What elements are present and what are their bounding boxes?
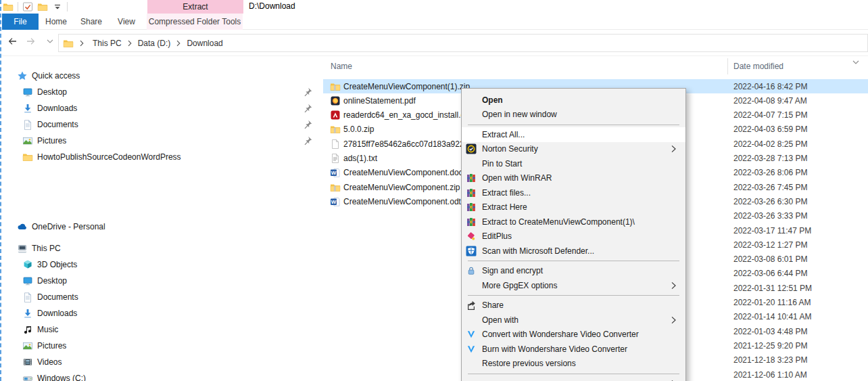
sidebar-item-3d-objects[interactable]: 3D Objects [0, 256, 318, 273]
properties-check-icon[interactable] [22, 1, 33, 12]
file-date-modified: 2022-01-31 12:51 PM [733, 284, 812, 293]
winrar-icon [466, 173, 477, 183]
menu-separator [462, 371, 685, 376]
menu-arrow-spacer [668, 173, 679, 183]
folder-icon[interactable] [3, 1, 14, 12]
sidebar-item-this-pc[interactable]: This PC [0, 240, 318, 256]
sidebar-item-downloads[interactable]: Downloads [0, 305, 318, 321]
window-title: D:\Download [249, 1, 295, 11]
menu-item-pin-to-start[interactable]: Pin to Start [462, 156, 685, 171]
menu-arrow-spacer [668, 329, 679, 340]
word-file-icon: W [330, 167, 341, 178]
pin-icon[interactable] [302, 103, 312, 112]
menu-item-label: Burn with Wondershare Video Converter [482, 344, 668, 354]
file-name: CreateMenuViewComponent(1).zip [343, 82, 470, 91]
menu-separator [462, 293, 685, 298]
location-folder-icon [63, 38, 74, 49]
sidebar-item-desktop[interactable]: Desktop [0, 84, 318, 100]
forward-icon[interactable] [24, 35, 38, 48]
menu-arrow-spacer [668, 344, 679, 355]
menu-item-open[interactable]: Open [462, 93, 685, 108]
menu-item-label: Open in new window [482, 110, 668, 119]
file-date-modified: 2022-03-28 7:13 PM [733, 154, 807, 163]
sidebar-item-quick-access[interactable]: Quick access [0, 68, 318, 84]
new-folder-icon[interactable] [37, 1, 48, 12]
file-date-modified: 2022-03-26 7:45 PM [733, 183, 807, 192]
menu-separator [462, 122, 685, 127]
menu-item-label: Open with WinRAR [482, 173, 668, 183]
sidebar-section-quick-access: Quick accessDesktopDownloadsDocumentsPic… [0, 68, 318, 165]
breadcrumb-item-data-d[interactable]: Data (D:) [135, 39, 174, 48]
sidebar-item-music[interactable]: Music [0, 321, 318, 338]
sidebar-item-documents[interactable]: Documents [0, 116, 318, 133]
customize-toolbar-chevron-icon[interactable] [52, 1, 63, 12]
menu-icon-spacer [466, 315, 477, 326]
menu-item-open-in-new-window[interactable]: Open in new window [462, 108, 685, 122]
sidebar-item-label: Videos [37, 357, 62, 367]
menu-item-extract-files[interactable]: Extract files... [462, 185, 685, 200]
menu-arrow-spacer [668, 187, 679, 198]
tab-file[interactable]: File [2, 14, 39, 30]
pin-icon[interactable] [302, 135, 312, 145]
share-icon [466, 300, 477, 311]
sidebar-item-label: 3D Objects [37, 260, 77, 269]
sidebar-item-videos[interactable]: Videos [0, 354, 318, 370]
sidebar-item-windows-c[interactable]: Windows (C:) [0, 370, 318, 381]
menu-item-burn-with-wondershare-video-converter[interactable]: Burn with Wondershare Video Converter [462, 342, 685, 357]
contextual-group-label[interactable]: Extract [147, 0, 243, 14]
sidebar-item-howtopublishsourcecodeonwordpress[interactable]: HowtoPublishSourceCodeonWordPress [0, 149, 318, 165]
file-date-modified: 2022-04-08 9:47 AM [733, 96, 807, 106]
sidebar-item-downloads[interactable]: Downloads [0, 100, 318, 116]
pin-icon[interactable] [302, 87, 312, 96]
menu-arrow-spacer [668, 109, 679, 120]
tab-view[interactable]: View [109, 14, 144, 30]
menu-item-more-gpgex-options[interactable]: More GpgEX options [462, 278, 685, 293]
menu-item-extract-here[interactable]: Extract Here [462, 200, 685, 215]
menu-item-share[interactable]: Share [462, 298, 685, 313]
sidebar-item-desktop[interactable]: Desktop [0, 273, 318, 289]
address-box[interactable]: This PCData (D:)Download [58, 34, 868, 52]
menu-item-extract-all[interactable]: Extract All... [462, 127, 685, 142]
submenu-chevron-icon [668, 315, 679, 326]
menu-item-label: Share [482, 300, 668, 310]
menu-item-norton-security[interactable]: Norton Security [462, 142, 685, 157]
sidebar-item-documents[interactable]: Documents [0, 289, 318, 305]
file-date-modified: 2022-04-07 7:15 PM [733, 110, 807, 120]
file-date-modified: 2021-12-18 3:23 PM [733, 355, 807, 365]
menu-item-scan-with-microsoft-defender[interactable]: Scan with Microsoft Defender... [462, 244, 685, 259]
music-icon [22, 324, 33, 335]
menu-item-open-with-winrar[interactable]: Open with WinRAR [462, 171, 685, 186]
file-date-modified: 2022-01-14 10:41 AM [733, 312, 811, 321]
menu-item-sign-and-encrypt[interactable]: Sign and encrypt [462, 264, 685, 279]
menu-item-extract-to-createmenuviewcomponent-1[interactable]: Extract to CreateMenuViewComponent(1)\ [462, 215, 685, 229]
tab-home[interactable]: Home [39, 14, 74, 30]
menu-icon-spacer [466, 358, 477, 369]
menu-arrow-spacer [668, 231, 679, 242]
menu-arrow-spacer [668, 246, 679, 256]
tab-share[interactable]: Share [74, 14, 109, 30]
menu-item-label: Sign and encrypt [482, 266, 668, 275]
sidebar-item-pictures[interactable]: Pictures [0, 338, 318, 354]
sidebar-item-onedrive-personal[interactable]: OneDrive - Personal [0, 219, 318, 235]
sidebar-item-pictures[interactable]: Pictures [0, 133, 318, 149]
breadcrumb-item-download[interactable]: Download [184, 39, 225, 48]
sidebar-item-label: This PC [32, 244, 61, 253]
back-icon[interactable] [5, 35, 19, 48]
menu-item-label: Pin to Start [482, 159, 668, 169]
quick-access-toolbar [3, 1, 68, 12]
sidebar-item-label: Pictures [37, 136, 66, 145]
pin-icon[interactable] [302, 119, 312, 129]
zip-file-icon [330, 182, 341, 193]
menu-item-convert-with-wondershare-video-converter[interactable]: Convert with Wondershare Video Converter [462, 328, 685, 342]
menu-item-restore-previous-versions[interactable]: Restore previous versions [462, 357, 685, 372]
menu-item-editplus[interactable]: EditPlus [462, 229, 685, 244]
file-date-modified: 2022-03-26 8:06 PM [733, 168, 807, 177]
recent-locations-chevron-icon[interactable] [43, 35, 57, 48]
tab-compressed-folder-tools[interactable]: Compressed Folder Tools [147, 14, 243, 30]
sidebar-item-label: Documents [37, 292, 78, 302]
breadcrumb-item-this-pc[interactable]: This PC [90, 39, 124, 48]
menu-item-label: Scan with Microsoft Defender... [482, 246, 668, 256]
menu-item-open-with[interactable]: Open with [462, 313, 685, 328]
menu-item-item[interactable] [462, 376, 685, 381]
page-file-icon [330, 139, 341, 150]
